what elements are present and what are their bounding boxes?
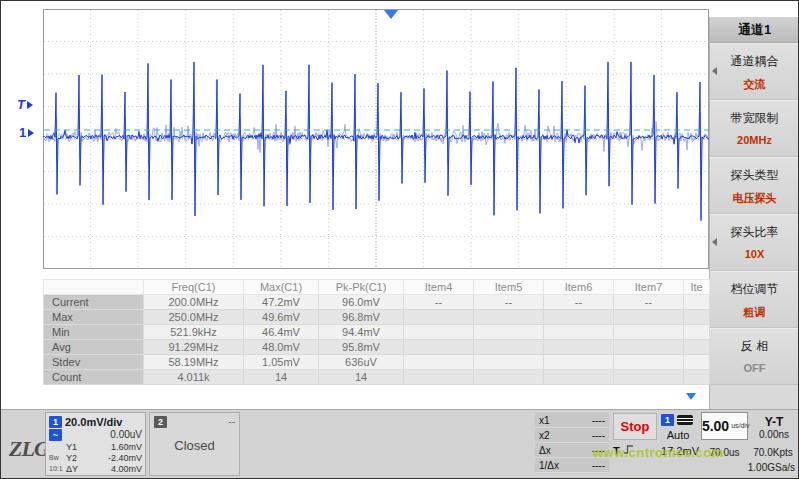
table-cell <box>544 310 614 325</box>
table-header-row: Freq(C1) Max(C1) Pk-Pk(C1) Item4 Item5 I… <box>44 280 710 295</box>
menu-item-value: OFF <box>710 362 799 374</box>
memory-depth: 70.0Kpts <box>749 447 797 458</box>
channel2-value-dash: -- <box>228 416 235 427</box>
table-cell <box>684 340 710 355</box>
table-cell <box>544 355 614 370</box>
channel2-badge[interactable]: 2 <box>154 416 167 428</box>
cursor-label: Δx <box>539 443 551 457</box>
timebase-scale-unit: us/div <box>731 422 747 430</box>
sidebar-item-bandwidth-limit[interactable]: 带宽限制 20MHz <box>710 100 799 157</box>
column-header: Max(C1) <box>244 280 319 295</box>
table-cell: 4.011k <box>144 370 244 385</box>
cursor-value: ---- <box>592 458 605 472</box>
table-cell: 250.0MHz <box>144 310 244 325</box>
table-cell: 521.9kHz <box>144 325 244 340</box>
table-cell <box>474 325 544 340</box>
oscilloscope-screen: T 1 通道1 通道耦合 交流 带宽限制 20MHz 探头类型 电压探头 探头比… <box>0 0 799 479</box>
table-cell: -- <box>474 295 544 310</box>
cursor-readout-panel: x1 ---- x2 ---- Δx ---- 1/Δx ---- <box>535 413 609 473</box>
cursor-value: ---- <box>592 428 605 442</box>
trigger-source-badge[interactable]: 1 <box>661 414 674 426</box>
menu-item-value: 交流 <box>710 77 799 92</box>
trigger-level-marker[interactable]: T <box>17 97 33 112</box>
trigger-t-label: T <box>613 445 620 457</box>
submenu-arrow-icon <box>712 67 717 75</box>
cursor-row-dx: Δx ---- <box>535 443 609 458</box>
table-cell <box>474 355 544 370</box>
table-cell <box>544 325 614 340</box>
menu-item-label: 通道耦合 <box>710 43 799 70</box>
run-state-indicator[interactable]: Stop <box>613 413 657 440</box>
column-header <box>44 280 144 295</box>
cursor-y2-label: Y2 <box>66 453 81 463</box>
table-cell <box>614 340 684 355</box>
trigger-marker-label: T <box>17 97 25 112</box>
table-row: Current 200.0MHz 47.2mV 96.0mV -- -- -- … <box>44 295 710 310</box>
table-cell: -- <box>404 295 474 310</box>
horizontal-offset: 0.00ns <box>751 429 797 440</box>
cursor-row-inv-dx: 1/Δx ---- <box>535 458 609 473</box>
sidebar-item-coupling[interactable]: 通道耦合 交流 <box>710 43 799 100</box>
table-row: Count 4.011k 14 14 <box>44 370 710 385</box>
table-cell: 1.05mV <box>244 355 319 370</box>
row-label: Max <box>44 310 144 325</box>
table-cell: 96.0mV <box>319 295 404 310</box>
column-header: Pk-Pk(C1) <box>319 280 404 295</box>
channel1-badge[interactable]: 1 <box>49 416 62 428</box>
menu-item-label: 探头比率 <box>710 214 799 241</box>
table-cell <box>684 370 710 385</box>
right-arrow-icon <box>28 129 34 137</box>
cursor-value: ---- <box>592 413 605 427</box>
table-cell <box>404 310 474 325</box>
table-row: Min 521.9kHz 46.4mV 94.4mV <box>44 325 710 340</box>
cursor-label: x2 <box>539 428 550 442</box>
channel1-scale: 20.0mV/div <box>65 416 122 428</box>
table-cell: 46.4mV <box>244 325 319 340</box>
table-cell <box>684 355 710 370</box>
brand-logo-text: ZLG <box>9 436 49 461</box>
menu-item-label: 探头类型 <box>710 157 799 184</box>
table-cell: 47.2mV <box>244 295 319 310</box>
trigger-level-value: 17.2mV <box>661 445 699 457</box>
table-cell: 14 <box>319 370 404 385</box>
channel1-offset: 0.00uV <box>110 429 142 440</box>
row-label: Avg <box>44 340 144 355</box>
trigger-sweep-mode[interactable]: Auto <box>659 429 697 441</box>
table-cell: -- <box>614 295 684 310</box>
channel1-info-panel[interactable]: 1 20.0mV/div ~ 0.00uV Y1 1.60mV Bw Y2 -2… <box>45 412 146 476</box>
table-cell <box>544 370 614 385</box>
table-cell <box>474 310 544 325</box>
sidebar-item-gear-adjust[interactable]: 档位调节 粗调 <box>710 271 799 328</box>
table-scroll-down-icon[interactable] <box>686 393 696 400</box>
sidebar-item-probe-ratio[interactable]: 探头比率 10X <box>710 214 799 271</box>
channel2-info-panel[interactable]: 2 -- Closed <box>149 412 240 476</box>
column-header: Ite <box>684 280 710 295</box>
column-header: Item7 <box>614 280 684 295</box>
cursor-dy-label: ΔY <box>66 464 81 474</box>
table-cell: 14 <box>244 370 319 385</box>
right-arrow-icon <box>27 101 33 109</box>
table-cell: -- <box>544 295 614 310</box>
cursor-value: ---- <box>592 443 605 457</box>
column-header: Item4 <box>404 280 474 295</box>
menu-item-value: 20MHz <box>710 134 799 146</box>
edge-slope-icon <box>623 444 634 457</box>
table-row: Max 250.0MHz 49.6mV 96.8mV <box>44 310 710 325</box>
cursor-row-x2: x2 ---- <box>535 428 609 443</box>
table-cell <box>404 325 474 340</box>
table-cell: 94.4mV <box>319 325 404 340</box>
sidebar-item-probe-type[interactable]: 探头类型 电压探头 <box>710 157 799 214</box>
trigger-source[interactable]: 1 <box>661 414 693 426</box>
channel2-status: Closed <box>154 438 235 453</box>
row-label: Stdev <box>44 355 144 370</box>
cursor-y1-label: Y1 <box>66 442 81 452</box>
table-cell <box>474 340 544 355</box>
timebase-scale-box[interactable]: 5.00 us/div <box>701 412 748 440</box>
cursor-y2-value: -2.40mV <box>108 453 142 463</box>
table-cell <box>684 295 710 310</box>
channel1-ground-marker[interactable]: 1 <box>19 125 34 140</box>
table-row: Avg 91.29MHz 48.0mV 95.8mV <box>44 340 710 355</box>
sidebar-item-invert[interactable]: 反 相 OFF <box>710 328 799 385</box>
menu-item-value: 粗调 <box>710 305 799 320</box>
cursor-y1-value: 1.60mV <box>111 442 142 452</box>
